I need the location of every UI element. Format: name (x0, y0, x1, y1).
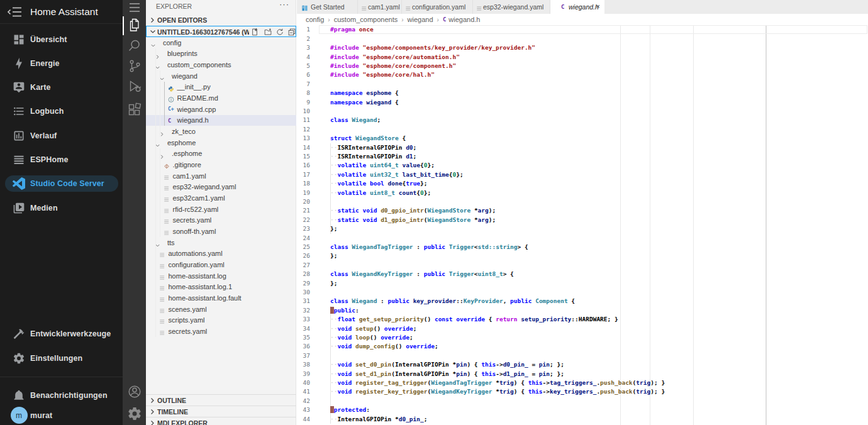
breadcrumb-item[interactable]: wiegand.h (448, 16, 480, 23)
search-icon[interactable] (127, 38, 142, 53)
tree-folder-custom_components[interactable]: custom_components (146, 59, 296, 70)
tree-file-home-assistant.log.fault[interactable]: home-assistant.log.fault (146, 292, 296, 304)
tree-file-rfid-rc522.yaml[interactable]: rfid-rc522.yaml (146, 204, 296, 215)
editor-tab-bar: Get Startedcam1.yamlconfiguration.yamles… (297, 0, 868, 14)
line-number: 26 (297, 251, 310, 260)
sidebar-item-notifications[interactable]: Benachrichtigungen (5, 387, 118, 404)
source-control-icon[interactable] (127, 58, 142, 74)
sidebar-item-esphome[interactable]: ESPHome (5, 152, 118, 168)
collapse-all-icon[interactable] (288, 28, 296, 36)
section-mdi-explorer[interactable]: MDI EXPLORER (146, 417, 296, 425)
code-line-5: 5#include "esphome/core/component.h" (297, 62, 868, 70)
breadcrumb-separator: › (328, 16, 330, 23)
tree-file-configuration.yaml[interactable]: configuration.yaml (146, 259, 296, 270)
tree-file-sonoff-th.yaml[interactable]: sonoff-th.yaml (146, 226, 296, 237)
breadcrumb-item[interactable]: config (306, 16, 324, 23)
code-line-3: 3#include "esphome/components/key_provid… (297, 43, 868, 52)
sidebar-item-karte[interactable]: Karte (5, 79, 118, 96)
tree-file-scenes.yaml[interactable]: scenes.yaml (146, 304, 296, 315)
debug-icon[interactable] (127, 79, 142, 94)
tab-get-started[interactable]: Get Started (297, 0, 358, 14)
workspace-section[interactable]: UNTITLED-1663012767546 (W... (146, 26, 296, 37)
sidebar-item-verlauf[interactable]: Verlauf (5, 128, 118, 144)
close-icon[interactable]: × (596, 3, 600, 10)
tab-esp32-wiegand.yaml[interactable]: esp32-wiegand.yaml (473, 0, 550, 14)
flash-icon (13, 57, 25, 70)
open-editors-section[interactable]: OPEN EDITORS (146, 14, 296, 26)
tree-file-README.md[interactable]: README.md (146, 92, 296, 104)
tree-file-label: rfid-rc522.yaml (173, 206, 219, 213)
tab-configuration.yaml[interactable]: configuration.yaml (402, 0, 473, 14)
settings-gear-icon[interactable] (127, 406, 142, 421)
tree-file-scripts.yaml[interactable]: scripts.yaml (146, 314, 296, 326)
extensions-icon[interactable] (127, 102, 142, 118)
code-text: ··ISRInternalGPIOPin d0; (330, 143, 416, 152)
tree-folder-.esphome[interactable]: .esphome (146, 148, 296, 160)
explorer-more-icon[interactable]: ··· (279, 0, 289, 9)
code-line-37: 37 (297, 351, 868, 360)
section-label: TIMELINE (157, 408, 188, 416)
breadcrumb-separator: › (437, 16, 439, 23)
tree-folder-tts[interactable]: tts (146, 237, 296, 248)
tree-folder-blueprints[interactable]: blueprints (146, 48, 296, 60)
breadcrumb-item[interactable]: custom_components (334, 16, 398, 23)
tree-file-secrets.yaml[interactable]: secrets.yaml (146, 326, 296, 337)
sidebar-item-logbuch[interactable]: Logbuch (5, 103, 118, 119)
code-line-17: 17··volatile uint32_t last_bit_time{0}; (297, 170, 868, 179)
sidebar-item-energie[interactable]: Energie (5, 55, 118, 72)
sidebar-item-einstellungen[interactable]: Einstellungen (5, 350, 118, 367)
code-line-7: 7 (297, 80, 868, 89)
tree-file-home-assistant.log.1[interactable]: home-assistant.log.1 (146, 281, 296, 292)
menu-icon[interactable] (127, 0, 142, 15)
tab-cam1.yaml[interactable]: cam1.yaml (358, 0, 402, 14)
tree-folder-zk_teco[interactable]: zk_teco (146, 126, 296, 137)
tab-label: esp32-wiegand.yaml (483, 3, 543, 11)
tree-file-__init__.py[interactable]: __init__.py (146, 82, 296, 93)
code-line-14: 14··ISRInternalGPIOPin d0; (297, 143, 868, 152)
sidebar-item-label: Energie (30, 59, 60, 68)
tree-file-label: scenes.yaml (169, 306, 207, 313)
sidebar-item-studio-code-server[interactable]: Studio Code Server (5, 175, 118, 192)
section-timeline[interactable]: TIMELINE (146, 406, 296, 417)
tree-file-secrets.yaml[interactable]: secrets.yaml (146, 214, 296, 226)
py-file-icon (168, 84, 175, 91)
section-outline[interactable]: OUTLINE (146, 394, 296, 406)
code-line-34: 34··void setup() override; (297, 324, 868, 333)
tree-file-label: home-assistant.log.1 (169, 283, 233, 290)
line-number: 2 (297, 35, 310, 43)
tree-folder-esphome[interactable]: esphome (146, 137, 296, 148)
code-editor[interactable]: 1#pragma once23#include "esphome/compone… (297, 25, 868, 425)
code-line-15: 15··ISRInternalGPIOPin d1; (297, 152, 868, 161)
tree-folder-config[interactable]: config (146, 37, 296, 48)
refresh-icon[interactable] (276, 28, 284, 36)
tree-file-cam1.yaml[interactable]: cam1.yaml (146, 170, 296, 182)
line-number: 35 (297, 333, 310, 342)
code-text: ··void dump_config() override; (330, 342, 438, 351)
new-folder-icon[interactable] (264, 28, 272, 36)
yaml-file-icon (164, 216, 170, 224)
yaml-file-icon (159, 294, 166, 302)
line-number: 19 (297, 189, 310, 197)
files-icon[interactable] (127, 18, 142, 33)
tree-file-esp32cam1.yaml[interactable]: esp32cam1.yaml (146, 192, 296, 204)
new-file-icon[interactable] (251, 28, 259, 36)
sidebar-item-übersicht[interactable]: Übersicht (5, 31, 118, 48)
tree-file-esp32-wiegand.yaml[interactable]: esp32-wiegand.yaml (146, 181, 296, 192)
yaml-icon (476, 3, 483, 11)
tab-wiegand.h[interactable]: Cwiegand.h× (550, 0, 604, 14)
tree-file-automations.yaml[interactable]: automations.yaml (146, 248, 296, 259)
line-number: 10 (297, 107, 310, 116)
tree-file-home-assistant.log[interactable]: home-assistant.log (146, 270, 296, 282)
sidebar-item-medien[interactable]: Medien (5, 200, 118, 216)
h-file-icon: C (168, 117, 175, 124)
line-number: 8 (297, 89, 310, 97)
sidebar-item-entwicklerwerkzeuge[interactable]: Entwicklerwerkzeuge (5, 326, 118, 342)
tree-folder-wiegand[interactable]: wiegand (146, 70, 296, 82)
account-icon[interactable] (127, 384, 142, 399)
tree-file-.gitignore[interactable]: .gitignore (146, 159, 296, 170)
tree-file-wiegand.h[interactable]: Cwiegand.h (146, 115, 296, 126)
tree-file-wiegand.cpp[interactable]: C+wiegand.cpp (146, 104, 296, 115)
sidebar-item-user[interactable]: mmurat (5, 407, 118, 424)
sidebar-toggle-icon[interactable] (8, 6, 22, 18)
breadcrumb-item[interactable]: wiegand (408, 16, 433, 23)
